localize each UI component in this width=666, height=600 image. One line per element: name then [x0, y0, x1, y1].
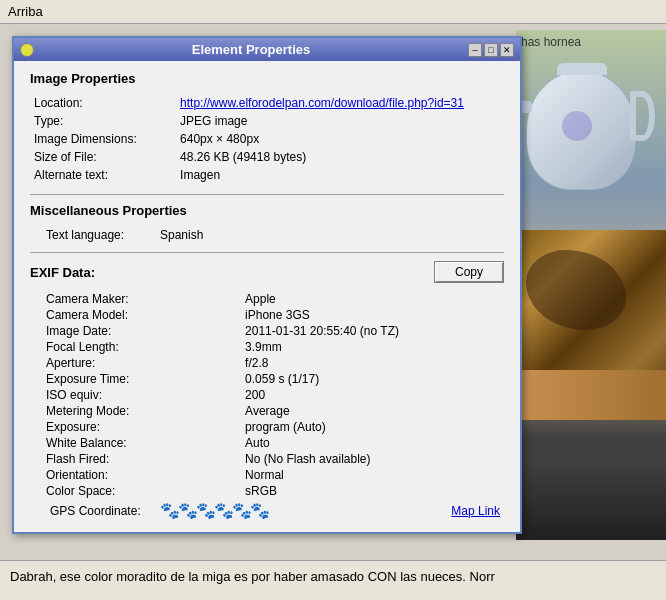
size-row: Size of File: 48.26 KB (49418 bytes): [30, 148, 504, 166]
dimensions-value: 640px × 480px: [176, 130, 504, 148]
exif-field-value: No (No Flash available): [241, 451, 504, 467]
divider-1: [30, 194, 504, 195]
exif-field-label: Camera Model:: [30, 307, 241, 323]
type-row: Type: JPEG image: [30, 112, 504, 130]
exif-field-value: Apple: [241, 291, 504, 307]
exif-row: Exposure:program (Auto): [30, 419, 504, 435]
copy-button[interactable]: Copy: [434, 261, 504, 283]
type-label: Type:: [30, 112, 176, 130]
exif-field-value: Normal: [241, 467, 504, 483]
exif-header: EXIF Data: Copy: [30, 261, 504, 283]
bread-crumb: [526, 250, 626, 330]
exif-row: Camera Maker:Apple: [30, 291, 504, 307]
page-header: Arriba: [0, 0, 666, 24]
exif-field-value: 2011-01-31 20:55:40 (no TZ): [241, 323, 504, 339]
counter-dark: [516, 460, 666, 540]
bread-image: [516, 230, 666, 420]
background-image-area: has hornea: [516, 30, 666, 540]
size-label: Size of File:: [30, 148, 176, 166]
exif-field-value: 3.9mm: [241, 339, 504, 355]
exif-title: EXIF Data:: [30, 265, 95, 280]
gps-icon-chars: 🐾🐾🐾🐾🐾🐾: [160, 501, 268, 520]
exif-field-value: 0.059 s (1/17): [241, 371, 504, 387]
exif-field-label: Focal Length:: [30, 339, 241, 355]
exif-row: Image Date:2011-01-31 20:55:40 (no TZ): [30, 323, 504, 339]
divider-2: [30, 252, 504, 253]
exif-row: Camera Model:iPhone 3GS: [30, 307, 504, 323]
teapot-decoration: [562, 111, 592, 141]
exif-field-value: iPhone 3GS: [241, 307, 504, 323]
dialog-content: Image Properties Location: http://www.el…: [14, 61, 520, 532]
exif-row: Metering Mode:Average: [30, 403, 504, 419]
exif-row: Orientation:Normal: [30, 467, 504, 483]
dialog-titlebar: Element Properties – □ ✕: [14, 38, 520, 61]
gps-icons: 🐾🐾🐾🐾🐾🐾: [160, 501, 451, 520]
exif-field-value: f/2.8: [241, 355, 504, 371]
gps-row: GPS Coordinate: 🐾🐾🐾🐾🐾🐾 Map Link: [30, 499, 504, 522]
dimensions-label: Image Dimensions:: [30, 130, 176, 148]
exif-row: Aperture:f/2.8: [30, 355, 504, 371]
cutting-board: [516, 370, 666, 420]
element-properties-dialog: Element Properties – □ ✕ Image Propertie…: [12, 36, 522, 534]
exif-row: Exposure Time:0.059 s (1/17): [30, 371, 504, 387]
exif-row: Focal Length:3.9mm: [30, 339, 504, 355]
bottom-text-area: Dabrah, ese color moradito de la miga es…: [0, 560, 666, 600]
exif-row: Flash Fired:No (No Flash available): [30, 451, 504, 467]
exif-field-value: program (Auto): [241, 419, 504, 435]
size-value: 48.26 KB (49418 bytes): [176, 148, 504, 166]
alt-value: Imagen: [176, 166, 504, 184]
exif-field-label: Orientation:: [30, 467, 241, 483]
exif-field-label: Metering Mode:: [30, 403, 241, 419]
close-button[interactable]: ✕: [500, 43, 514, 57]
bg-text: has hornea: [521, 35, 581, 49]
image-properties-table: Location: http://www.elforodelpan.com/do…: [30, 94, 504, 184]
location-row: Location: http://www.elforodelpan.com/do…: [30, 94, 504, 112]
exif-field-label: ISO equiv:: [30, 387, 241, 403]
teapot-lid: [557, 63, 607, 75]
maximize-button[interactable]: □: [484, 43, 498, 57]
minimize-button[interactable]: –: [468, 43, 482, 57]
exif-row: Color Space:sRGB: [30, 483, 504, 499]
bottom-text: Dabrah, ese color moradito de la miga es…: [10, 569, 495, 584]
exif-field-label: Image Date:: [30, 323, 241, 339]
misc-section: Miscellaneous Properties Text language: …: [30, 203, 504, 244]
dialog-title: Element Properties: [34, 42, 468, 57]
exif-field-value: sRGB: [241, 483, 504, 499]
dimensions-row: Image Dimensions: 640px × 480px: [30, 130, 504, 148]
text-language-row: Text language: Spanish: [30, 226, 504, 244]
exif-field-label: White Balance:: [30, 435, 241, 451]
exif-field-label: Aperture:: [30, 355, 241, 371]
text-language-label: Text language:: [30, 228, 160, 242]
exif-field-label: Camera Maker:: [30, 291, 241, 307]
exif-row: White Balance:Auto: [30, 435, 504, 451]
dialog-indicator: [20, 43, 34, 57]
exif-row: ISO equiv:200: [30, 387, 504, 403]
exif-field-value: Auto: [241, 435, 504, 451]
gps-label: GPS Coordinate:: [50, 504, 160, 518]
exif-field-value: 200: [241, 387, 504, 403]
image-properties-title: Image Properties: [30, 71, 504, 86]
exif-field-label: Color Space:: [30, 483, 241, 499]
teapot-handle: [630, 91, 655, 141]
header-text: Arriba: [8, 4, 43, 19]
misc-title: Miscellaneous Properties: [30, 203, 504, 218]
dialog-controls: – □ ✕: [468, 43, 514, 57]
teapot-shape: [526, 70, 636, 190]
exif-field-label: Exposure Time:: [30, 371, 241, 387]
map-link[interactable]: Map Link: [451, 504, 500, 518]
exif-field-label: Flash Fired:: [30, 451, 241, 467]
exif-field-label: Exposure:: [30, 419, 241, 435]
type-value: JPEG image: [176, 112, 504, 130]
location-value: http://www.elforodelpan.com/download/fil…: [176, 94, 504, 112]
exif-field-value: Average: [241, 403, 504, 419]
location-label: Location:: [30, 94, 176, 112]
text-language-value: Spanish: [160, 228, 203, 242]
alt-row: Alternate text: Imagen: [30, 166, 504, 184]
alt-label: Alternate text:: [30, 166, 176, 184]
exif-table: Camera Maker:AppleCamera Model:iPhone 3G…: [30, 291, 504, 499]
